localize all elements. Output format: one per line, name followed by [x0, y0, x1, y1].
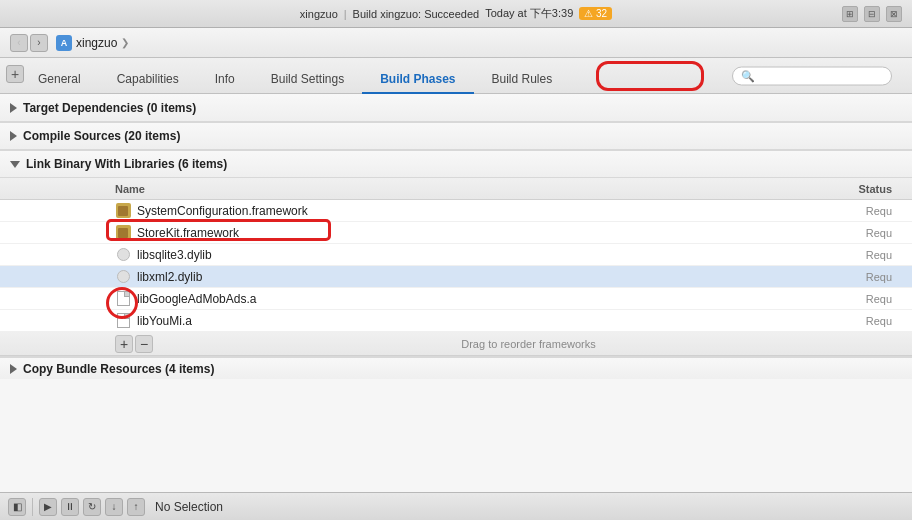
- table-row[interactable]: libxml2.dylib Requ: [0, 266, 912, 288]
- title-separator: |: [344, 8, 347, 20]
- section-link-binary[interactable]: Link Binary With Libraries (6 items): [0, 150, 912, 178]
- triangle-copy-bundle: [10, 364, 17, 374]
- table-row[interactable]: SystemConfiguration.framework Requ: [0, 200, 912, 222]
- nav-toolbar: ‹ › A xingzuo ❯: [0, 28, 912, 58]
- search-icon: 🔍: [741, 69, 755, 82]
- search-bar: 🔍: [732, 66, 892, 85]
- project-name: xingzuo: [300, 8, 338, 20]
- status-btn-refresh[interactable]: ↻: [83, 498, 101, 516]
- window-btn-3[interactable]: ⊠: [886, 6, 902, 22]
- search-input[interactable]: [759, 70, 889, 82]
- dylib-icon: [115, 269, 131, 285]
- window-btn-1[interactable]: ⊞: [842, 6, 858, 22]
- row-name: StoreKit.framework: [137, 226, 822, 240]
- tab-build-settings[interactable]: Build Settings: [253, 66, 362, 94]
- table-footer: + − Drag to reorder frameworks: [0, 332, 912, 356]
- table-header: Name Status: [0, 178, 912, 200]
- section-compile-sources-title: Compile Sources (20 items): [23, 129, 180, 143]
- no-selection-label: No Selection: [155, 500, 223, 514]
- row-name: libGoogleAdMobAds.a: [137, 292, 822, 306]
- window-btn-2[interactable]: ⊟: [864, 6, 880, 22]
- row-status: Requ: [822, 315, 902, 327]
- tab-info[interactable]: Info: [197, 66, 253, 94]
- triangle-link-binary: [10, 161, 20, 168]
- window-controls: ⊞ ⊟ ⊠: [842, 6, 902, 22]
- drag-hint: Drag to reorder frameworks: [155, 338, 902, 350]
- tabs-row: + General Capabilities Info Build Settin…: [0, 58, 912, 94]
- status-divider-1: [32, 498, 33, 516]
- row-status: Requ: [822, 205, 902, 217]
- col-name-header: Name: [115, 183, 822, 195]
- build-status: Build xingzuo: Succeeded: [353, 8, 480, 20]
- triangle-compile-sources: [10, 131, 17, 141]
- row-name: libxml2.dylib: [137, 270, 822, 284]
- status-btn-play[interactable]: ▶: [39, 498, 57, 516]
- tab-build-rules[interactable]: Build Rules: [474, 66, 571, 94]
- row-name: libYouMi.a: [137, 314, 822, 328]
- status-btn-pause[interactable]: ⏸: [61, 498, 79, 516]
- warning-badge: ⚠ 32: [579, 7, 612, 20]
- row-status: Requ: [822, 227, 902, 239]
- row-status: Requ: [822, 271, 902, 283]
- tab-general[interactable]: General: [20, 66, 99, 94]
- title-bar-content: xingzuo | Build xingzuo: Succeeded Today…: [300, 6, 612, 21]
- table-row[interactable]: libYouMi.a Requ: [0, 310, 912, 332]
- section-link-binary-title: Link Binary With Libraries (6 items): [26, 157, 227, 171]
- row-name: SystemConfiguration.framework: [137, 204, 822, 218]
- framework-icon: [115, 203, 131, 219]
- back-forward-group: ‹ ›: [10, 34, 48, 52]
- section-target-deps-title: Target Dependencies (0 items): [23, 101, 196, 115]
- remove-library-button[interactable]: −: [135, 335, 153, 353]
- tab-capabilities[interactable]: Capabilities: [99, 66, 197, 94]
- add-library-button[interactable]: +: [115, 335, 133, 353]
- breadcrumb: A xingzuo ❯: [56, 35, 129, 51]
- table-row[interactable]: libGoogleAdMobAds.a Requ: [0, 288, 912, 310]
- table-row[interactable]: libsqlite3.dylib Requ: [0, 244, 912, 266]
- row-status: Requ: [822, 249, 902, 261]
- status-btn-1[interactable]: ◧: [8, 498, 26, 516]
- link-binary-table: Name Status SystemConfiguration.framewor…: [0, 178, 912, 357]
- breadcrumb-label: xingzuo: [76, 36, 117, 50]
- section-copy-bundle[interactable]: Copy Bundle Resources (4 items): [0, 357, 912, 379]
- back-button[interactable]: ‹: [10, 34, 28, 52]
- file-icon: [115, 313, 131, 329]
- col-status-header: Status: [822, 183, 902, 195]
- forward-button[interactable]: ›: [30, 34, 48, 52]
- title-bar: xingzuo | Build xingzuo: Succeeded Today…: [0, 0, 912, 28]
- build-time: Today at 下午3:39: [485, 6, 573, 21]
- section-copy-bundle-title: Copy Bundle Resources (4 items): [23, 362, 214, 376]
- file-icon: [115, 291, 131, 307]
- dylib-icon: [115, 247, 131, 263]
- row-name: libsqlite3.dylib: [137, 248, 822, 262]
- status-btn-download[interactable]: ↓: [105, 498, 123, 516]
- section-target-deps[interactable]: Target Dependencies (0 items): [0, 94, 912, 122]
- framework-icon: [115, 225, 131, 241]
- tab-build-phases[interactable]: Build Phases: [362, 66, 473, 94]
- breadcrumb-arrow: ❯: [121, 37, 129, 48]
- triangle-target-deps: [10, 103, 17, 113]
- status-bar: ◧ ▶ ⏸ ↻ ↓ ↑ No Selection: [0, 492, 912, 520]
- table-row[interactable]: StoreKit.framework Requ: [0, 222, 912, 244]
- row-status: Requ: [822, 293, 902, 305]
- xcode-icon: A: [56, 35, 72, 51]
- add-section-button[interactable]: +: [6, 65, 24, 83]
- content-area: Target Dependencies (0 items) Compile So…: [0, 94, 912, 492]
- status-btn-upload[interactable]: ↑: [127, 498, 145, 516]
- section-compile-sources[interactable]: Compile Sources (20 items): [0, 122, 912, 150]
